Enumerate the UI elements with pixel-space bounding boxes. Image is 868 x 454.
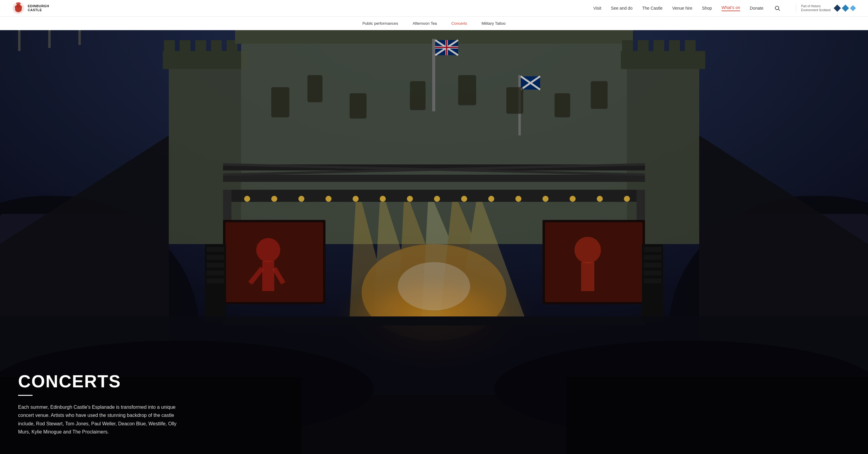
logo-text-block: EDINBURGH CASTLE <box>28 4 49 12</box>
subnav-public-performances[interactable]: Public performances <box>362 21 398 26</box>
hero-section: CONCERTS Each summer, Edinburgh Castle's… <box>0 30 868 454</box>
logo-line2: CASTLE <box>28 8 49 12</box>
subnav-military-tattoo[interactable]: Military Tattoo <box>482 21 506 26</box>
svg-rect-14 <box>20 2 20 3</box>
nav-visit[interactable]: Visit <box>593 6 601 10</box>
header: EDINBURGH CASTLE Visit See and do The Ca… <box>0 0 868 30</box>
hero-content: CONCERTS Each summer, Edinburgh Castle's… <box>0 361 271 454</box>
nav-venue-hire[interactable]: Venue hire <box>672 6 692 10</box>
nav-donate[interactable]: Donate <box>750 6 764 10</box>
partner-logo-area: Part of Historic Environment Scotland <box>796 4 856 12</box>
hero-title: CONCERTS <box>18 373 253 390</box>
search-icon <box>774 5 780 11</box>
nav-whats-on[interactable]: What's on <box>721 5 740 11</box>
hero-description: Each summer, Edinburgh Castle's Esplanad… <box>18 403 187 436</box>
nav-see-and-do[interactable]: See and do <box>611 6 632 10</box>
header-top: EDINBURGH CASTLE Visit See and do The Ca… <box>0 0 868 17</box>
search-button[interactable] <box>773 4 781 12</box>
svg-point-10 <box>18 7 19 8</box>
svg-point-3 <box>15 6 17 9</box>
castle-logo-icon <box>12 2 25 15</box>
main-nav: Visit See and do The Castle Venue hire S… <box>593 4 856 12</box>
nav-shop[interactable]: Shop <box>702 6 712 10</box>
svg-point-8 <box>17 6 18 7</box>
sub-nav: Public performances Afternoon Tea Concer… <box>0 17 868 30</box>
hes-diamond-2 <box>842 4 849 12</box>
hero-divider <box>18 395 33 396</box>
subnav-concerts[interactable]: Concerts <box>452 21 467 26</box>
nav-the-castle[interactable]: The Castle <box>642 6 663 10</box>
site-logo[interactable]: EDINBURGH CASTLE <box>12 2 49 15</box>
svg-point-9 <box>19 6 20 7</box>
subnav-afternoon-tea[interactable]: Afternoon Tea <box>412 21 437 26</box>
svg-point-4 <box>20 6 22 9</box>
logo-line1: EDINBURGH <box>28 4 49 8</box>
svg-rect-13 <box>18 2 19 3</box>
hes-logo <box>834 4 856 12</box>
partner-text: Part of Historic Environment Scotland <box>801 4 831 12</box>
hes-diamond-3 <box>850 5 856 11</box>
hes-diamond-1 <box>834 4 841 12</box>
svg-rect-12 <box>17 2 17 3</box>
svg-point-15 <box>775 6 779 10</box>
svg-line-16 <box>778 9 780 10</box>
